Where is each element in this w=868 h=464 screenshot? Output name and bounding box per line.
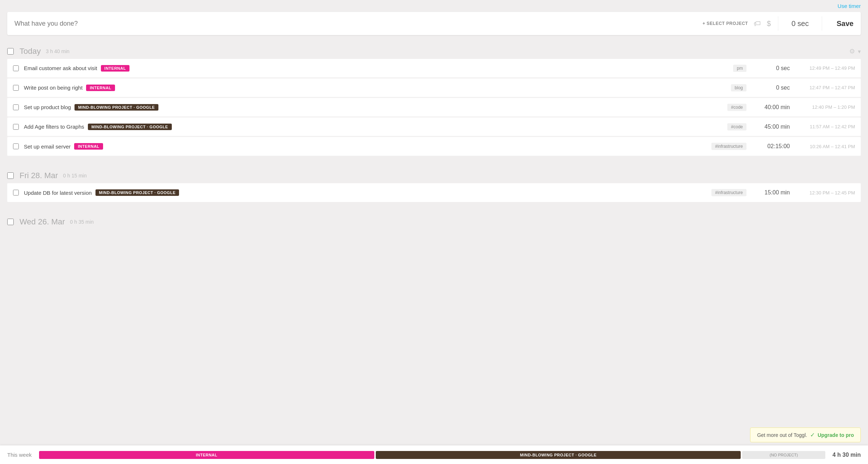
save-button[interactable]: Save — [837, 20, 854, 28]
day-section-today: Today 3 h 40 min ⚙ ▾ Email customer ask … — [7, 42, 861, 156]
divider2 — [822, 16, 822, 31]
table-row: Set up email server INTERNAL #infrastruc… — [7, 137, 861, 156]
entry-title: Update DB for latest version — [24, 190, 92, 196]
entry-checkbox[interactable] — [13, 104, 19, 110]
top-bar: Use timer — [0, 0, 868, 12]
entry-duration: 0 sec — [754, 65, 790, 72]
status-badge: MIND-BLOWING PROJECT · GOOGLE — [95, 189, 179, 196]
entry-title: Email customer ask about visit — [24, 65, 97, 71]
entry-checkbox[interactable] — [13, 65, 19, 71]
main-content: Today 3 h 40 min ⚙ ▾ Email customer ask … — [0, 42, 868, 229]
day-duration-today: 3 h 40 min — [46, 48, 69, 54]
entry-checkbox[interactable] — [13, 124, 19, 130]
day-section-wed: Wed 26. Mar 0 h 35 min — [7, 213, 861, 229]
entry-duration: 45:00 min — [754, 124, 790, 130]
entry-tag: pm — [733, 65, 746, 72]
tags-icon[interactable]: 🏷 — [754, 20, 761, 28]
bottom-bar: This week INTERNAL MIND-BLOWING PROJECT … — [0, 445, 868, 464]
table-row: Set up product blog MIND-BLOWING PROJECT… — [7, 98, 861, 117]
day-checkbox-fri[interactable] — [7, 172, 14, 179]
entry-duration: 0 sec — [754, 85, 790, 91]
status-badge: INTERNAL — [74, 143, 103, 150]
entry-time-range: 11:57 AM – 12:42 PM — [797, 124, 855, 129]
divider — [778, 16, 778, 31]
time-entry-bar: + SELECT PROJECT 🏷 $ 0 sec Save — [7, 12, 861, 35]
day-section-fri: Fri 28. Mar 0 h 15 min Update DB for lat… — [7, 167, 861, 202]
table-row: Email customer ask about visit INTERNAL … — [7, 59, 861, 78]
day-title-wed: Wed 26. Mar — [20, 217, 65, 227]
day-duration-fri: 0 h 15 min — [63, 173, 86, 179]
entry-title: Write post on being right — [24, 85, 82, 91]
status-badge: MIND-BLOWING PROJECT · GOOGLE — [75, 104, 158, 111]
entry-tag: #code — [727, 123, 746, 130]
entry-checkbox[interactable] — [13, 85, 19, 91]
entry-time-range: 12:40 PM – 1:20 PM — [797, 104, 855, 110]
entry-time-range: 12:30 PM – 12:45 PM — [797, 190, 855, 196]
upgrade-banner: Get more out of Toggl. ✓ Upgrade to pro — [750, 428, 861, 442]
chevron-icon[interactable]: ▾ — [858, 48, 861, 55]
day-title-fri: Fri 28. Mar — [20, 171, 58, 180]
status-badge: MIND-BLOWING PROJECT · GOOGLE — [88, 124, 172, 130]
day-duration-wed: 0 h 35 min — [70, 219, 94, 225]
upgrade-text: Get more out of Toggl. — [757, 432, 807, 438]
entry-tag: #infrastructure — [711, 143, 746, 150]
entry-duration: 15:00 min — [754, 189, 790, 196]
billable-icon[interactable]: $ — [767, 20, 771, 28]
bar-project: MIND-BLOWING PROJECT · GOOGLE — [376, 451, 741, 459]
entry-title: Set up product blog — [24, 104, 71, 110]
entry-time-range: 12:47 PM – 12:47 PM — [797, 85, 855, 90]
entry-time-range: 12:49 PM – 12:49 PM — [797, 65, 855, 71]
table-row: Add Age filters to Graphs MIND-BLOWING P… — [7, 117, 861, 136]
entry-checkbox[interactable] — [13, 190, 19, 196]
time-entry-input[interactable] — [14, 20, 702, 27]
entry-time-range: 10:26 AM – 12:41 PM — [797, 144, 855, 149]
entry-duration: 40:00 min — [754, 104, 790, 111]
this-week-label: This week — [7, 452, 32, 458]
entry-title: Set up email server — [24, 143, 71, 150]
gear-icon[interactable]: ⚙ — [849, 47, 855, 55]
check-icon: ✓ — [810, 431, 815, 438]
entry-duration: 02:15:00 — [754, 143, 790, 150]
entry-title: Add Age filters to Graphs — [24, 124, 84, 130]
upgrade-link[interactable]: Upgrade to pro — [818, 432, 854, 438]
time-display: 0 sec — [786, 20, 814, 28]
day-checkbox-today[interactable] — [7, 48, 14, 55]
day-header-today: Today 3 h 40 min ⚙ ▾ — [7, 42, 861, 59]
bar-internal: INTERNAL — [39, 451, 374, 459]
day-title-today: Today — [20, 47, 41, 56]
day-header-fri: Fri 28. Mar 0 h 15 min — [7, 167, 861, 183]
entry-checkbox[interactable] — [13, 143, 19, 149]
bar-no-project: (NO PROJECT) — [742, 451, 825, 459]
status-badge: INTERNAL — [86, 85, 115, 91]
use-timer-link[interactable]: Use timer — [838, 3, 861, 9]
status-badge: INTERNAL — [101, 65, 130, 72]
day-header-wed: Wed 26. Mar 0 h 35 min — [7, 213, 861, 229]
bottom-bar-charts: INTERNAL MIND-BLOWING PROJECT · GOOGLE (… — [39, 451, 825, 459]
entry-tag: #code — [727, 104, 746, 111]
bottom-total: 4 h 30 min — [833, 452, 861, 458]
day-checkbox-wed[interactable] — [7, 219, 14, 225]
select-project-button[interactable]: + SELECT PROJECT — [702, 21, 748, 26]
entry-tag: blog — [731, 84, 746, 91]
table-row: Update DB for latest version MIND-BLOWIN… — [7, 183, 861, 202]
table-row: Write post on being right INTERNAL blog … — [7, 78, 861, 97]
entry-tag: #infrastructure — [711, 189, 746, 196]
